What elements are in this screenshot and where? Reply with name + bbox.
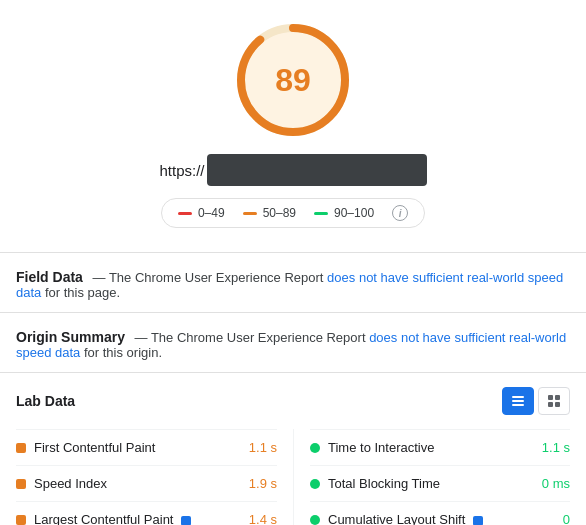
- url-bar: https://: [159, 154, 426, 186]
- field-data-section: Field Data — The Chrome User Experience …: [0, 253, 586, 313]
- metric-fcp: First Contentful Paint 1.1 s: [16, 429, 277, 465]
- svg-rect-4: [512, 404, 524, 406]
- metric-tti-value: 1.1 s: [530, 440, 570, 455]
- metrics-grid: First Contentful Paint 1.1 s Speed Index…: [16, 429, 570, 525]
- legend-label-orange: 50–89: [263, 206, 296, 220]
- legend-item-red: 0–49: [178, 206, 225, 220]
- metric-si-name: Speed Index: [34, 476, 229, 491]
- info-icon[interactable]: i: [392, 205, 408, 221]
- legend-item-orange: 50–89: [243, 206, 296, 220]
- legend-label-red: 0–49: [198, 206, 225, 220]
- metric-cls-name: Cumulative Layout Shift: [328, 512, 522, 525]
- field-data-desc: — The Chrome User Experience Report does…: [16, 270, 563, 300]
- metrics-right-col: Time to Interactive 1.1 s Total Blocking…: [293, 429, 570, 525]
- svg-rect-3: [512, 400, 524, 402]
- legend-item-green: 90–100: [314, 206, 374, 220]
- svg-rect-5: [548, 395, 553, 400]
- legend-dot-red: [178, 212, 192, 215]
- score-circle: 89: [233, 20, 353, 140]
- metric-fcp-name: First Contentful Paint: [34, 440, 229, 455]
- metric-fcp-dot: [16, 443, 26, 453]
- svg-rect-6: [555, 395, 560, 400]
- url-input[interactable]: [207, 154, 427, 186]
- lab-header: Lab Data: [16, 387, 570, 415]
- metric-cls-dot: [310, 515, 320, 525]
- score-section: 89 https:// 0–49 50–89 90–100 i: [0, 0, 586, 238]
- metric-lcp-name: Largest Contentful Paint: [34, 512, 229, 525]
- origin-summary-section: Origin Summary — The Chrome User Experie…: [0, 313, 586, 373]
- metric-lcp-value: 1.4 s: [237, 512, 277, 525]
- svg-rect-7: [548, 402, 553, 407]
- toggle-list-button[interactable]: [502, 387, 534, 415]
- legend: 0–49 50–89 90–100 i: [161, 198, 425, 228]
- metric-tti-dot: [310, 443, 320, 453]
- view-toggle: [502, 387, 570, 415]
- legend-dot-green: [314, 212, 328, 215]
- origin-summary-suffix: for this origin.: [80, 345, 162, 360]
- metric-si-value: 1.9 s: [237, 476, 277, 491]
- svg-rect-8: [555, 402, 560, 407]
- lab-data-title: Lab Data: [16, 393, 75, 409]
- url-prefix: https://: [159, 162, 204, 179]
- metric-tbt-value: 0 ms: [530, 476, 570, 491]
- metric-si: Speed Index 1.9 s: [16, 465, 277, 501]
- metric-fcp-value: 1.1 s: [237, 440, 277, 455]
- legend-label-green: 90–100: [334, 206, 374, 220]
- metric-lcp-dot: [16, 515, 26, 525]
- legend-dot-orange: [243, 212, 257, 215]
- metric-cls-value: 0: [530, 512, 570, 525]
- metric-tbt-dot: [310, 479, 320, 489]
- svg-rect-2: [512, 396, 524, 398]
- metric-tti: Time to Interactive 1.1 s: [310, 429, 570, 465]
- origin-summary-title: Origin Summary: [16, 329, 125, 345]
- field-data-suffix: for this page.: [41, 285, 120, 300]
- field-data-title: Field Data: [16, 269, 83, 285]
- metric-tbt-name: Total Blocking Time: [328, 476, 522, 491]
- metric-cls: Cumulative Layout Shift 0: [310, 501, 570, 525]
- cls-info-icon[interactable]: [473, 516, 483, 525]
- lab-data-section: Lab Data: [0, 373, 586, 525]
- metrics-left-col: First Contentful Paint 1.1 s Speed Index…: [16, 429, 293, 525]
- metric-lcp: Largest Contentful Paint 1.4 s: [16, 501, 277, 525]
- metric-tti-name: Time to Interactive: [328, 440, 522, 455]
- score-value: 89: [275, 62, 311, 99]
- metric-si-dot: [16, 479, 26, 489]
- toggle-grid-button[interactable]: [538, 387, 570, 415]
- lcp-info-icon[interactable]: [181, 516, 191, 525]
- metric-tbt: Total Blocking Time 0 ms: [310, 465, 570, 501]
